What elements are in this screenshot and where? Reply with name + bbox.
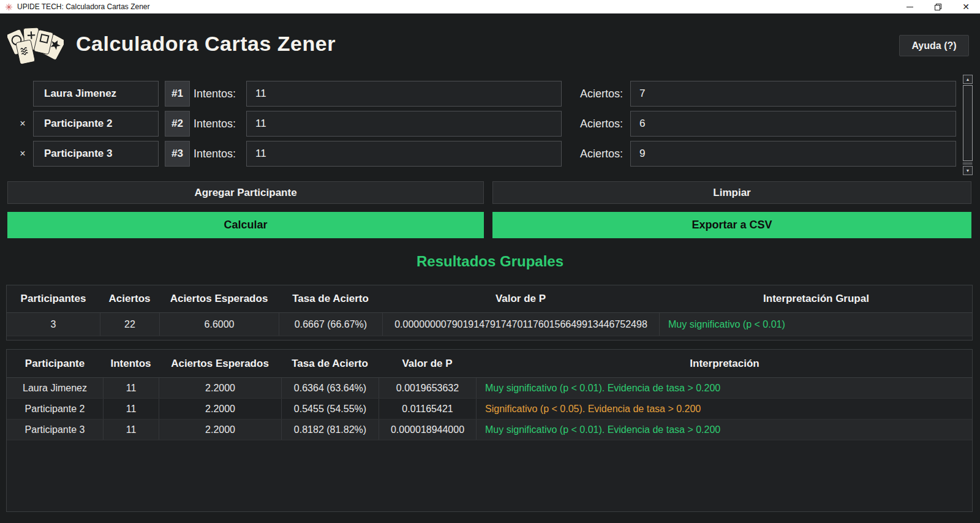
column-header: Interpretación Grupal bbox=[659, 285, 973, 312]
scrollbar-thumb[interactable] bbox=[963, 85, 973, 161]
individual-results-table: Participante Intentos Aciertos Esperados… bbox=[6, 349, 973, 512]
cell-intentos: 11 bbox=[103, 378, 159, 398]
intentos-input[interactable] bbox=[246, 81, 562, 107]
participant-number-badge: #2 bbox=[165, 111, 190, 137]
cell-valor-p: 0.000018944000 bbox=[379, 420, 476, 440]
column-header: Aciertos Esperados bbox=[159, 350, 281, 377]
help-button[interactable]: Ayuda (?) bbox=[899, 35, 969, 56]
intentos-label: Intentos: bbox=[194, 81, 236, 107]
chevron-up-icon: ▲ bbox=[966, 77, 970, 81]
cell-tasa: 0.6667 (66.67%) bbox=[279, 313, 382, 336]
table-row: Participante 2 11 2.2000 0.5455 (54.55%)… bbox=[7, 399, 972, 420]
remove-participant-button[interactable]: × bbox=[16, 141, 29, 167]
column-header: Tasa de Acierto bbox=[281, 350, 379, 377]
cell-interpretacion: Significativo (p < 0.05). Evidencia de t… bbox=[476, 399, 973, 419]
cell-aciertos-esperados: 6.6000 bbox=[159, 313, 279, 336]
intentos-input[interactable] bbox=[246, 111, 562, 137]
minimize-button[interactable] bbox=[895, 0, 924, 13]
cell-valor-p: 0.00000000790191479174701176015664991344… bbox=[382, 313, 659, 336]
page-title: Calculadora Cartas Zener bbox=[76, 32, 336, 56]
group-results-table: Participantes Aciertos Aciertos Esperado… bbox=[6, 285, 973, 341]
vertical-scrollbar[interactable]: ▲ ▼ bbox=[963, 75, 973, 175]
cell-interpretacion: Muy significativo (p < 0.01). Evidencia … bbox=[476, 378, 973, 398]
export-csv-button[interactable]: Exportar a CSV bbox=[492, 212, 971, 238]
column-header: Participantes bbox=[7, 285, 100, 312]
cell-intentos: 11 bbox=[103, 399, 159, 419]
group-results-row: 3 22 6.6000 0.6667 (66.67%) 0.0000000079… bbox=[7, 313, 972, 336]
scrollbar-up-button[interactable]: ▲ bbox=[963, 75, 973, 84]
add-participant-button[interactable]: Agregar Participante bbox=[7, 181, 484, 204]
participant-number-badge: #1 bbox=[165, 81, 190, 107]
participant-name-input[interactable] bbox=[33, 111, 159, 137]
participant-number-badge: #3 bbox=[165, 141, 190, 167]
cell-interpretacion-grupal: Muy significativo (p < 0.01) bbox=[659, 313, 973, 336]
window-title: UPIDE TECH: Calculadora Cartas Zener bbox=[17, 2, 150, 11]
cell-valor-p: 0.01165421 bbox=[379, 399, 476, 419]
cell-participante: Participante 3 bbox=[7, 420, 103, 440]
scrollbar-track[interactable] bbox=[963, 162, 973, 165]
aciertos-label: Aciertos: bbox=[580, 81, 623, 107]
aciertos-input[interactable] bbox=[630, 81, 956, 107]
aciertos-label: Aciertos: bbox=[580, 141, 623, 167]
column-header: Participante bbox=[7, 350, 103, 377]
close-button[interactable]: ✕ bbox=[952, 0, 980, 13]
clear-button[interactable]: Limpiar bbox=[492, 181, 971, 204]
results-section-title: Resultados Grupales bbox=[0, 253, 980, 270]
minimize-icon bbox=[907, 7, 913, 7]
cell-tasa: 0.5455 (54.55%) bbox=[281, 399, 379, 419]
app-window: UPIDE TECH: Calculadora Cartas Zener ✕ bbox=[0, 0, 980, 523]
aciertos-label: Aciertos: bbox=[580, 111, 623, 137]
participant-name-input[interactable] bbox=[33, 81, 159, 107]
cell-participante: Laura Jimenez bbox=[7, 378, 103, 398]
participant-row: × #2 Intentos: Aciertos: bbox=[0, 111, 980, 137]
intentos-input[interactable] bbox=[246, 141, 562, 167]
cell-interpretacion: Muy significativo (p < 0.01). Evidencia … bbox=[476, 420, 973, 440]
close-icon: ✕ bbox=[962, 2, 970, 11]
aciertos-input[interactable] bbox=[630, 111, 956, 137]
cell-esperados: 2.2000 bbox=[159, 420, 281, 440]
column-header: Tasa de Acierto bbox=[279, 285, 382, 312]
cell-esperados: 2.2000 bbox=[159, 378, 281, 398]
cell-tasa: 0.8182 (81.82%) bbox=[281, 420, 379, 440]
individual-table-header: Participante Intentos Aciertos Esperados… bbox=[7, 350, 972, 378]
intentos-label: Intentos: bbox=[194, 111, 236, 137]
app-icon bbox=[5, 3, 13, 11]
cell-participantes: 3 bbox=[7, 313, 100, 336]
chevron-down-icon: ▼ bbox=[966, 168, 970, 173]
cell-intentos: 11 bbox=[103, 420, 159, 440]
column-header: Aciertos Esperados bbox=[159, 285, 279, 312]
column-header: Aciertos bbox=[100, 285, 159, 312]
calculate-button[interactable]: Calcular bbox=[7, 212, 484, 238]
group-table-header: Participantes Aciertos Aciertos Esperado… bbox=[7, 285, 972, 313]
window-controls: ✕ bbox=[895, 0, 980, 13]
cell-esperados: 2.2000 bbox=[159, 399, 281, 419]
table-row: Participante 3 11 2.2000 0.8182 (81.82%)… bbox=[7, 420, 972, 440]
restore-button[interactable] bbox=[924, 0, 952, 13]
participant-name-input[interactable] bbox=[33, 141, 159, 167]
restore-icon bbox=[935, 4, 941, 10]
participant-row: #1 Intentos: Aciertos: bbox=[0, 81, 980, 107]
remove-participant-button[interactable]: × bbox=[16, 111, 29, 137]
aciertos-input[interactable] bbox=[630, 141, 956, 167]
cell-aciertos: 22 bbox=[100, 313, 159, 336]
column-header: Valor de P bbox=[382, 285, 659, 312]
scrollbar-down-button[interactable]: ▼ bbox=[963, 166, 973, 175]
table-row: Laura Jimenez 11 2.2000 0.6364 (63.64%) … bbox=[7, 378, 972, 399]
column-header: Intentos bbox=[103, 350, 159, 377]
cell-tasa: 0.6364 (63.64%) bbox=[281, 378, 379, 398]
column-header: Interpretación bbox=[476, 350, 973, 377]
titlebar: UPIDE TECH: Calculadora Cartas Zener ✕ bbox=[0, 0, 980, 13]
column-header: Valor de P bbox=[379, 350, 476, 377]
cell-participante: Participante 2 bbox=[7, 399, 103, 419]
zener-cards-logo bbox=[7, 24, 64, 69]
participant-row: × #3 Intentos: Aciertos: bbox=[0, 141, 980, 167]
cell-valor-p: 0.0019653632 bbox=[379, 378, 476, 398]
intentos-label: Intentos: bbox=[194, 141, 236, 167]
